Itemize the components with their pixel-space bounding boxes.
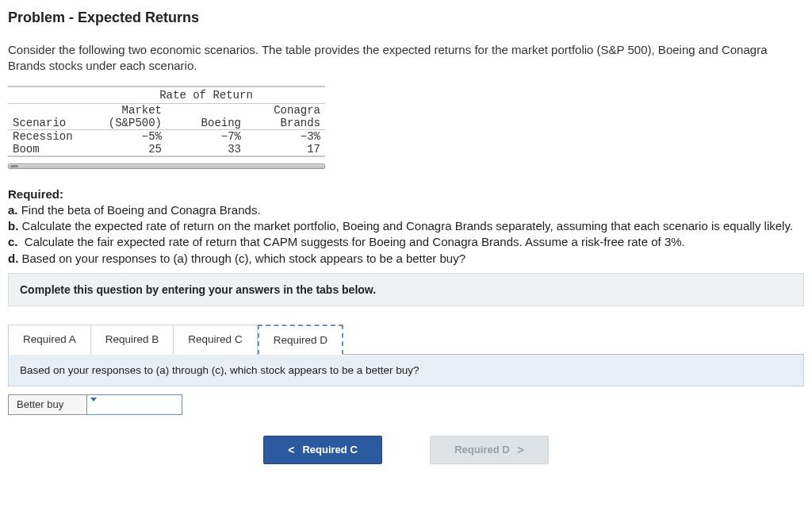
col-market-l1: Market — [87, 104, 167, 117]
req-d-text: Based on your responses to (a) through (… — [22, 252, 465, 265]
req-c-label: c. — [8, 235, 21, 248]
req-b-label: b. — [8, 219, 22, 233]
req-c-text: Calculate the fair expected rate of retu… — [25, 235, 685, 248]
tab-required-b[interactable]: Required B — [91, 325, 174, 355]
page-title: Problem - Expected Returns — [8, 10, 804, 26]
answer-label-better-buy: Better buy — [8, 394, 87, 415]
next-button-label: Required D — [454, 444, 509, 455]
prev-button[interactable]: < Required C — [263, 436, 382, 464]
col-scenario: Scenario — [8, 117, 87, 130]
tab-required-c[interactable]: Required C — [174, 325, 257, 355]
required-block: Required: a. Find the beta of Boeing and… — [8, 186, 804, 267]
chevron-right-icon: > — [518, 444, 524, 456]
next-button[interactable]: Required D > — [430, 436, 549, 464]
panel-question: Based on your responses to (a) through (… — [8, 355, 804, 386]
req-b-text: Calculate the expected rate of return on… — [22, 219, 794, 233]
table-super-header: Rate of Return — [87, 86, 325, 104]
col-conagra-l1: Conagra — [246, 104, 325, 117]
col-conagra-l2: Brands — [246, 117, 325, 130]
prev-button-label: Required C — [302, 444, 357, 455]
req-a-label: a. — [8, 203, 21, 217]
chevron-left-icon: < — [288, 444, 294, 456]
tab-bar: Required A Required B Required C Require… — [8, 324, 804, 355]
req-d-label: d. — [8, 252, 22, 265]
answer-row: Better buy — [8, 394, 804, 415]
tab-required-d[interactable]: Required D — [258, 325, 343, 355]
horizontal-scrollbar[interactable] — [8, 163, 325, 169]
table-row: Boom 25 33 17 — [8, 143, 325, 156]
instruction-bar: Complete this question by entering your … — [8, 273, 804, 306]
intro-paragraph: Consider the following two economic scen… — [8, 42, 804, 75]
req-a-text: Find the beta of Boeing and Conagra Bran… — [21, 203, 261, 217]
col-boeing: Boeing — [167, 117, 246, 130]
tab-required-a[interactable]: Required A — [8, 325, 91, 355]
better-buy-select[interactable] — [87, 394, 182, 415]
col-market-l2: (S&P500) — [87, 117, 167, 130]
required-heading: Required: — [8, 186, 804, 202]
rate-of-return-table: Rate of Return Market Conagra Scenario (… — [8, 86, 325, 157]
table-row: Recession −5% −7% −3% — [8, 130, 325, 143]
nav-row: < Required C Required D > — [8, 436, 804, 464]
